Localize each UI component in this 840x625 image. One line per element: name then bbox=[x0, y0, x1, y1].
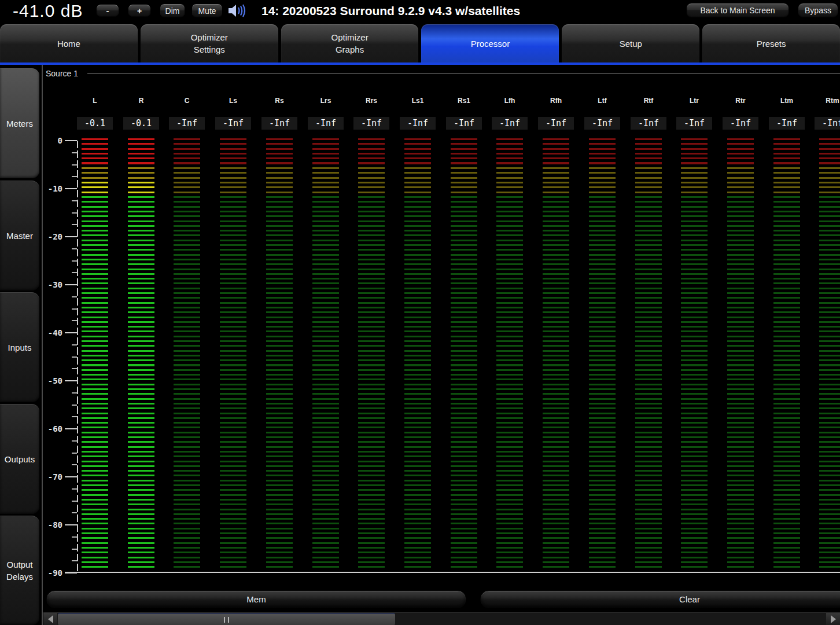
sidebar-item-label: Outputs bbox=[5, 453, 35, 465]
meter-column-red-zone bbox=[312, 138, 339, 167]
channel-label-rs: Rs bbox=[261, 96, 297, 105]
meter-column-red-zone bbox=[128, 138, 154, 167]
scale-tick-minor bbox=[72, 440, 77, 442]
triangle-right-icon[interactable] bbox=[826, 613, 840, 625]
meter-column-green-zone bbox=[635, 196, 662, 571]
meter-scale-baseline bbox=[65, 572, 840, 573]
channel-label-rfh: Rfh bbox=[538, 96, 574, 105]
sidebar-item-outputs[interactable]: Outputs bbox=[0, 404, 39, 514]
channel-label-lfh: Lfh bbox=[492, 96, 528, 105]
scale-tick-minor bbox=[72, 549, 77, 550]
meter-column-orange-zone bbox=[128, 167, 154, 182]
tab-presets[interactable]: Presets bbox=[702, 24, 840, 62]
meter-column-green-zone bbox=[82, 196, 108, 571]
mem-button[interactable]: Mem bbox=[46, 590, 466, 608]
active-tab-underline bbox=[0, 62, 840, 65]
meter-column-red-zone bbox=[404, 138, 431, 167]
channel-label-rtr: Rtr bbox=[723, 96, 758, 105]
channel-label-l: L bbox=[77, 96, 113, 105]
channel-level-value-rtr: -Inf bbox=[723, 117, 758, 130]
meter-column-green-zone bbox=[727, 196, 754, 571]
channel-label-rtf: Rtf bbox=[631, 96, 666, 105]
meter-column-green-zone bbox=[589, 196, 616, 571]
volume-display: -41.0 dB bbox=[13, 0, 83, 22]
channel-label-rs1: Rs1 bbox=[446, 96, 482, 105]
scale-tick-major bbox=[65, 524, 77, 525]
meter-column-red-zone bbox=[819, 138, 840, 167]
scale-tick-major bbox=[65, 284, 77, 285]
scale-tick-major bbox=[65, 236, 77, 237]
tab-processor[interactable]: Processor bbox=[421, 24, 559, 62]
meter-column-red-zone bbox=[589, 138, 616, 167]
meter-column-yellow-zone bbox=[82, 182, 108, 196]
scale-tick-major bbox=[65, 428, 77, 429]
scale-tick-label: -60 bbox=[38, 424, 62, 434]
channel-level-value-ls: -Inf bbox=[215, 117, 251, 130]
meter-column-orange-zone bbox=[451, 167, 477, 196]
tab-label: Setup bbox=[620, 38, 642, 50]
source-group-border bbox=[87, 73, 840, 74]
sidebar-item-inputs[interactable]: Inputs bbox=[0, 292, 39, 402]
meter-column-red-zone bbox=[220, 138, 246, 167]
meter-column-orange-zone bbox=[312, 167, 339, 196]
meter-column-orange-zone bbox=[82, 167, 108, 182]
meter-column-green-zone bbox=[312, 196, 339, 571]
channel-label-rrs: Rrs bbox=[353, 96, 389, 105]
scale-tick-minor bbox=[72, 176, 77, 177]
channel-label-ltf: Ltf bbox=[584, 96, 620, 105]
sidebar-item-master[interactable]: Master bbox=[0, 181, 39, 291]
scale-tick-major bbox=[65, 380, 77, 381]
scale-tick-label: -70 bbox=[38, 472, 62, 482]
scale-tick-label: -80 bbox=[38, 520, 62, 530]
scrollbar-thumb[interactable] bbox=[58, 613, 395, 625]
channel-label-ltm: Ltm bbox=[769, 96, 805, 105]
meter-column-green-zone bbox=[266, 196, 293, 571]
sidebar-item-label: Meters bbox=[6, 117, 33, 130]
scale-tick-minor bbox=[72, 296, 77, 297]
scale-tick-minor bbox=[72, 368, 77, 369]
channel-label-ltr: Ltr bbox=[676, 96, 712, 105]
sidebar-item-label: Inputs bbox=[8, 341, 32, 354]
processor-meters-screen: -41.0 dB - + Dim Mute 14: 20200523 Surro… bbox=[0, 0, 840, 625]
scale-tick-major bbox=[65, 332, 77, 333]
meter-column-red-zone bbox=[727, 138, 754, 167]
tab-label: Home bbox=[57, 38, 80, 50]
channel-level-value-rs: -Inf bbox=[261, 117, 297, 130]
channel-level-value-rtf: -Inf bbox=[631, 117, 666, 130]
scale-tick-label: -10 bbox=[38, 183, 62, 194]
scale-tick-label: -50 bbox=[38, 376, 62, 386]
scale-tick-minor bbox=[72, 453, 77, 454]
triangle-left-icon[interactable] bbox=[43, 613, 57, 625]
volume-minus-button[interactable]: - bbox=[96, 4, 119, 17]
speaker-sound-on-icon bbox=[227, 3, 248, 19]
tab-home[interactable]: Home bbox=[0, 24, 138, 62]
channel-level-value-l: -0.1 bbox=[77, 117, 113, 130]
volume-plus-button[interactable]: + bbox=[128, 4, 151, 17]
sidebar-item-meters[interactable]: Meters bbox=[0, 68, 39, 178]
scrollbar-track[interactable] bbox=[57, 613, 826, 625]
channel-label-r: R bbox=[123, 96, 159, 105]
scale-tick-minor bbox=[72, 224, 77, 225]
clear-button[interactable]: Clear bbox=[480, 590, 840, 608]
meter-column-green-zone bbox=[404, 196, 431, 571]
mute-button[interactable]: Mute bbox=[191, 3, 223, 18]
meter-column-red-zone bbox=[773, 138, 800, 167]
scale-tick-minor bbox=[72, 392, 77, 394]
scale-tick-minor bbox=[72, 488, 77, 490]
meter-column-orange-zone bbox=[543, 167, 569, 196]
sidebar-item-output-delays[interactable]: Output Delays bbox=[0, 516, 39, 625]
meter-column-orange-zone bbox=[727, 167, 754, 196]
channel-label-lrs: Lrs bbox=[308, 96, 344, 105]
meter-column-red-zone bbox=[543, 138, 569, 167]
scale-tick-major bbox=[65, 140, 77, 141]
dim-button[interactable]: Dim bbox=[160, 3, 185, 18]
channel-level-value-c: -Inf bbox=[169, 117, 205, 130]
bypass-button[interactable]: Bypass bbox=[798, 3, 838, 18]
channel-level-value-r: -0.1 bbox=[123, 117, 159, 130]
scale-tick-major bbox=[65, 572, 77, 573]
tab-setup[interactable]: Setup bbox=[562, 24, 699, 62]
back-to-main-screen-button[interactable]: Back to Main Screen bbox=[686, 3, 789, 18]
meter-column-green-zone bbox=[451, 196, 477, 571]
tab-optimizer-graphs[interactable]: Optimizer Graphs bbox=[281, 24, 419, 62]
tab-optimizer-settings[interactable]: Optimizer Settings bbox=[141, 24, 278, 62]
